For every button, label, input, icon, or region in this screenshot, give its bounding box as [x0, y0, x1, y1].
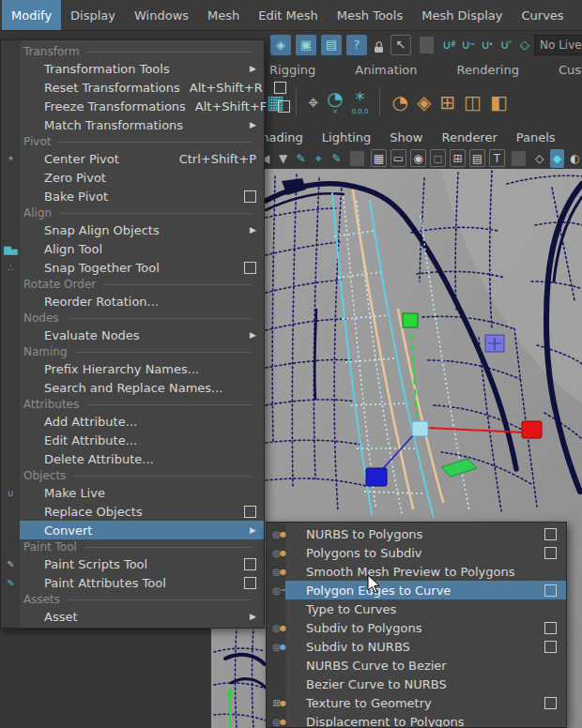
menu-entry[interactable]: Add Attribute... — [20, 412, 264, 431]
submenu-entry[interactable]: ◎ ~ Polygon Edges to Curve — [285, 581, 566, 599]
menu-entry[interactable]: Convert ▶ — [20, 521, 264, 539]
separator[interactable] — [379, 88, 380, 116]
menu-entry[interactable]: Bake Pivot — [20, 187, 264, 205]
menu-entry[interactable]: ∴ Snap Together Tool — [20, 258, 264, 277]
freeze-transform-icon[interactable]: * 0,0,0 — [352, 89, 369, 115]
submenu-entry[interactable]: NURBS Curve to Bezier — [285, 656, 566, 675]
menu-entry[interactable]: Match Transformations ▶ — [20, 115, 264, 134]
menu-entry[interactable]: Reorder Rotation... — [20, 292, 264, 311]
menu-entry[interactable]: Transform — [20, 44, 264, 59]
menu-entry[interactable]: Rotate Order — [20, 277, 264, 292]
y-axis-handle[interactable] — [403, 313, 418, 327]
snap-grid-icon[interactable]: ∪ # — [442, 36, 456, 54]
option-box[interactable] — [274, 82, 286, 94]
menu-entry[interactable]: ✎ Paint Scripts Tool — [20, 554, 264, 573]
wireframe-mode-icon[interactable]: ◇ — [532, 150, 546, 166]
option-box[interactable] — [278, 100, 290, 113]
menu-entry[interactable]: ∪ Make Live — [20, 483, 264, 502]
symmetry-icon[interactable]: ◈ — [270, 35, 291, 55]
shelf-tab[interactable]: Rendering — [437, 61, 539, 79]
shelf-tab[interactable]: Animation — [335, 61, 436, 79]
clapper-icon[interactable]: ▤ — [321, 35, 342, 55]
menu-entry[interactable]: Objects — [20, 468, 264, 483]
menubar-item[interactable]: Modify — [2, 0, 61, 30]
pan-zoom-icon[interactable]: ⌖ — [312, 150, 326, 166]
menu-entry[interactable]: Prefix Hierarchy Names... — [20, 359, 264, 378]
panel-menu-item[interactable]: Lighting — [322, 130, 372, 144]
panel-menu-item[interactable]: Show — [390, 130, 422, 144]
option-box[interactable] — [244, 506, 256, 518]
textured-mode-icon[interactable]: ◐ — [568, 150, 582, 166]
option-box[interactable] — [544, 584, 557, 597]
menu-entry[interactable]: Replace Objects — [20, 502, 264, 521]
shelf-tab[interactable]: Custom — [539, 61, 582, 79]
menu-entry[interactable]: Freeze Transformations Alt+Shift+F — [20, 97, 264, 115]
menubar-item[interactable]: Mesh Display — [412, 0, 512, 30]
menu-entry[interactable]: Search and Replace Names... — [20, 378, 264, 397]
menu-entry[interactable]: Snap Align Objects ▶ — [20, 220, 264, 239]
menubar-item[interactable]: Edit Mesh — [249, 0, 328, 30]
submenu-entry[interactable]: ◎ ● Displacement to Polygons — [285, 712, 566, 728]
separator[interactable] — [296, 88, 297, 116]
menu-entry[interactable]: Asset ▶ — [20, 607, 264, 626]
menu-entry[interactable]: Reset Transformations Alt+Shift+R — [20, 78, 264, 97]
option-box[interactable] — [544, 641, 557, 653]
lattice-icon[interactable]: ◔ — [391, 93, 407, 112]
separator[interactable] — [512, 151, 526, 166]
menu-entry[interactable]: Assets — [20, 592, 264, 607]
grid-toggle-icon[interactable]: ▦ — [371, 149, 387, 167]
select-cursor-icon[interactable]: ↖ — [391, 35, 411, 55]
menubar-item[interactable]: Surfaces — [574, 0, 582, 30]
menubar-item[interactable]: Windows — [125, 0, 198, 30]
submenu-entry[interactable]: Type to Curves — [285, 599, 566, 618]
menu-entry[interactable]: Delete Attribute... — [20, 449, 264, 468]
shaded-mode-icon[interactable]: ◆ — [550, 149, 564, 168]
center-handle[interactable] — [412, 421, 428, 436]
field-chart-icon[interactable]: ⊞ — [450, 149, 466, 167]
menubar-item[interactable]: Display — [61, 0, 125, 30]
menu-entry[interactable]: Paint Tool — [20, 539, 264, 554]
menu-entry[interactable]: Pivot — [20, 134, 264, 149]
option-box[interactable] — [244, 190, 256, 203]
menu-entry[interactable]: Edit Attribute... — [20, 431, 264, 449]
separator[interactable] — [420, 37, 434, 53]
live-surface-field[interactable]: No Live Surface — [534, 35, 582, 55]
help-icon[interactable]: ? — [346, 35, 367, 55]
submenu-entry[interactable]: ◎ ● Subdiv to NURBS — [285, 637, 566, 656]
menu-entry[interactable]: Attributes — [20, 397, 264, 412]
snap-projected-center-icon[interactable]: ∪ ° — [498, 36, 513, 54]
text-hud-icon[interactable]: T — [489, 149, 505, 167]
panel-menu-item[interactable]: Renderer — [441, 130, 497, 144]
bookmark-icon[interactable]: ▼ — [276, 150, 290, 166]
mirror-cube-icon[interactable]: ◫ — [464, 93, 482, 112]
submenu-entry[interactable]: Bezier Curve to NURBS — [285, 675, 566, 693]
x-axis-handle[interactable] — [522, 421, 542, 438]
option-box[interactable] — [244, 558, 256, 570]
option-box[interactable] — [544, 547, 557, 559]
menubar-item[interactable]: Curves — [512, 0, 573, 30]
option-box[interactable] — [544, 528, 557, 540]
film-gate-icon[interactable]: ▭ — [391, 149, 406, 167]
menu-entry[interactable]: Transformation Tools ▶ — [20, 59, 264, 78]
option-box[interactable] — [544, 697, 557, 709]
menu-entry[interactable]: Nodes — [20, 311, 264, 326]
camera-attributes-icon[interactable]: ▤ — [469, 149, 485, 167]
option-box[interactable] — [544, 622, 557, 634]
menubar-item[interactable]: Mesh Tools — [328, 0, 412, 30]
menubar-item[interactable]: Mesh — [198, 0, 249, 30]
snap-point-icon[interactable]: ∪ • — [480, 36, 494, 54]
partial-icon[interactable]: ◧ — [490, 93, 508, 112]
menu-entry[interactable]: ✎ Paint Attributes Tool — [20, 573, 264, 592]
menu-entry[interactable]: Naming — [20, 344, 264, 359]
snap-view-plane-icon[interactable]: ◇ — [517, 36, 531, 54]
center-pivot-icon[interactable]: ⌖ — [308, 93, 318, 112]
option-box[interactable] — [244, 262, 256, 274]
menu-entry[interactable]: ▆▄ Align Tool — [20, 239, 264, 258]
z-axis-handle[interactable] — [366, 468, 387, 486]
submenu-entry[interactable]: ◎ ● Smooth Mesh Preview to Polygons — [285, 562, 566, 581]
submenu-entry[interactable]: ◎ ● Subdiv to Polygons — [285, 618, 566, 637]
menu-entry[interactable]: Evaluate Nodes ▶ — [20, 326, 264, 344]
option-box[interactable] — [244, 577, 256, 589]
menu-entry[interactable]: Align — [20, 205, 264, 220]
quad-squares-icon[interactable]: ⊞ — [439, 93, 455, 112]
